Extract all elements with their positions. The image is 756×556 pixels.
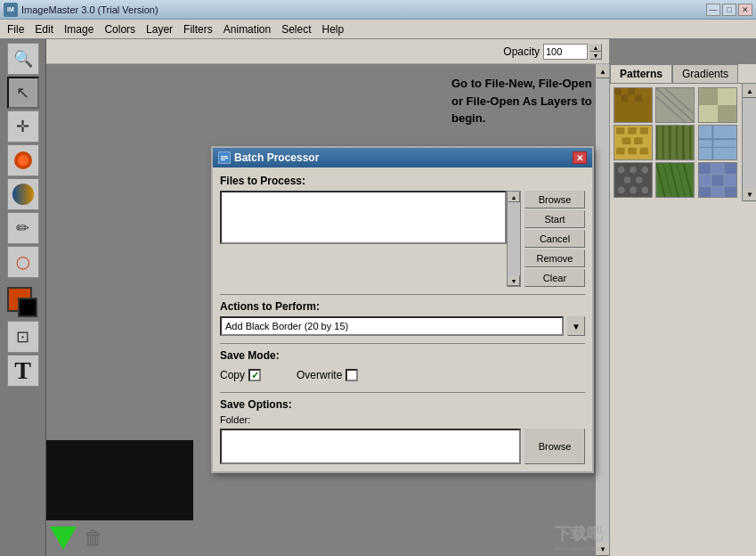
pencil-tool[interactable]: ✏	[7, 212, 39, 244]
svg-point-36	[618, 167, 625, 174]
actions-label: Actions to Perform:	[220, 300, 585, 313]
cancel-button[interactable]: Cancel	[524, 230, 585, 248]
background-color[interactable]	[18, 298, 37, 317]
files-scroll-up[interactable]: ▲	[508, 192, 520, 202]
menu-layer[interactable]: Layer	[141, 21, 178, 37]
separator-1	[220, 294, 585, 295]
menu-help[interactable]: Help	[317, 21, 350, 37]
pattern-cell-1[interactable]	[614, 87, 653, 123]
trash-button[interactable]: 🗑	[84, 527, 103, 550]
save-mode-label: Save Mode:	[220, 349, 585, 362]
pattern-cell-4[interactable]	[614, 125, 653, 160]
dialog-body: Files to Process: ▲ ▼ Browse	[213, 168, 592, 471]
save-mode-row: Copy Overwrite	[220, 365, 585, 385]
gradient-tool[interactable]	[7, 178, 39, 210]
color-picker[interactable]	[7, 283, 39, 315]
opacity-down-arrow[interactable]: ▼	[589, 52, 602, 60]
patterns-scroll-up[interactable]: ▲	[743, 84, 756, 98]
select-tool[interactable]: ↖	[7, 77, 39, 109]
svg-rect-18	[640, 127, 649, 135]
tab-gradients[interactable]: Gradients	[672, 64, 738, 83]
batch-processor-dialog: Batch Processor ✕ Files to Process: ▲	[211, 146, 594, 473]
svg-rect-32	[699, 138, 736, 140]
svg-point-1	[18, 155, 28, 166]
menu-select[interactable]: Select	[276, 21, 316, 37]
copy-checkbox[interactable]	[248, 369, 261, 381]
files-area: ▲ ▼ Browse Start Cancel Remove Clear	[220, 191, 585, 287]
actions-section: Actions to Perform: Add Black Border (20…	[220, 300, 585, 336]
svg-rect-4	[614, 88, 622, 95]
eraser-tool[interactable]: ◯	[7, 246, 39, 278]
svg-rect-16	[616, 127, 625, 135]
action-row: Add Black Border (20 by 15) ▼	[220, 316, 585, 336]
dialog-close-button[interactable]: ✕	[573, 151, 587, 164]
svg-rect-55	[711, 175, 723, 185]
maximize-button[interactable]: □	[722, 4, 736, 16]
files-label: Files to Process:	[220, 175, 585, 187]
svg-point-2	[12, 184, 34, 205]
dialog-title: Batch Processor	[234, 151, 573, 164]
menu-file[interactable]: File	[2, 21, 29, 37]
browse-folder-button[interactable]: Browse	[524, 429, 585, 464]
minimize-button[interactable]: —	[706, 4, 720, 16]
files-listbox[interactable]	[220, 191, 507, 244]
green-arrow-button[interactable]	[50, 527, 77, 550]
menu-filters[interactable]: Filters	[178, 21, 218, 37]
svg-rect-23	[640, 148, 649, 155]
svg-rect-58	[711, 187, 723, 197]
opacity-up-arrow[interactable]: ▲	[589, 44, 602, 52]
help-text-area: Go to File-New, File-Open or File-Open A…	[444, 68, 605, 135]
files-buttons: Browse Start Cancel Remove Clear	[524, 191, 585, 287]
folder-textbox[interactable]	[220, 429, 521, 464]
tab-patterns[interactable]: Patterns	[610, 64, 672, 83]
action-dropdown-arrow[interactable]: ▼	[567, 316, 585, 336]
svg-point-37	[630, 167, 637, 174]
patterns-scroll-down[interactable]: ▼	[743, 187, 756, 201]
vertical-scrollbar[interactable]: ▲ ▼	[595, 64, 609, 556]
close-button[interactable]: ✕	[738, 4, 752, 16]
opacity-label: Opacity	[503, 45, 540, 58]
action-select-display[interactable]: Add Black Border (20 by 15)	[220, 316, 564, 336]
move-tool[interactable]: ✛	[7, 110, 39, 143]
svg-point-39	[624, 176, 631, 184]
files-scrollbar[interactable]: ▲ ▼	[507, 191, 521, 287]
pattern-cell-3[interactable]	[698, 87, 737, 123]
svg-point-41	[618, 187, 625, 194]
clear-button[interactable]: Clear	[524, 269, 585, 287]
pattern-cell-2[interactable]	[655, 87, 695, 123]
start-button[interactable]: Start	[524, 210, 585, 228]
separator-3	[220, 392, 585, 393]
pattern-cell-8[interactable]	[655, 162, 695, 198]
brush-tool[interactable]	[7, 144, 39, 176]
pattern-cell-5[interactable]	[655, 125, 695, 160]
menu-animation[interactable]: Animation	[218, 21, 276, 37]
remove-button[interactable]: Remove	[524, 249, 585, 267]
app-icon: IM	[4, 3, 18, 17]
opacity-input[interactable]	[543, 44, 588, 60]
files-scroll-down[interactable]: ▼	[508, 275, 520, 286]
pattern-cell-6[interactable]	[698, 125, 737, 160]
menu-image[interactable]: Image	[59, 21, 99, 37]
menu-colors[interactable]: Colors	[99, 21, 141, 37]
svg-rect-17	[628, 127, 637, 135]
svg-rect-52	[711, 163, 723, 174]
opacity-bar: Opacity ▲ ▼	[46, 39, 609, 64]
foreground-color[interactable]	[7, 287, 32, 312]
search-tool[interactable]: 🔍	[7, 43, 39, 75]
scroll-up[interactable]: ▲	[596, 64, 610, 78]
text-tool[interactable]: T	[7, 355, 39, 387]
svg-point-40	[636, 176, 643, 184]
menu-edit[interactable]: Edit	[29, 21, 59, 37]
svg-rect-5	[628, 88, 635, 95]
svg-rect-6	[622, 95, 629, 102]
save-options-section: Save Options: Folder: Browse	[220, 398, 585, 464]
pattern-cell-9[interactable]	[698, 162, 737, 198]
folder-label: Folder:	[220, 414, 250, 425]
pattern-cell-7[interactable]	[614, 162, 653, 198]
browse-button[interactable]: Browse	[524, 191, 585, 208]
crop-tool[interactable]: ⊡	[7, 321, 39, 353]
overwrite-checkbox[interactable]	[345, 369, 358, 381]
left-toolbar: 🔍 ↖ ✛ ✏ ◯ ⊡ T	[0, 39, 46, 556]
patterns-scrollbar[interactable]: ▲ ▼	[742, 84, 756, 201]
patterns-tabs: Patterns Gradients	[610, 64, 756, 84]
